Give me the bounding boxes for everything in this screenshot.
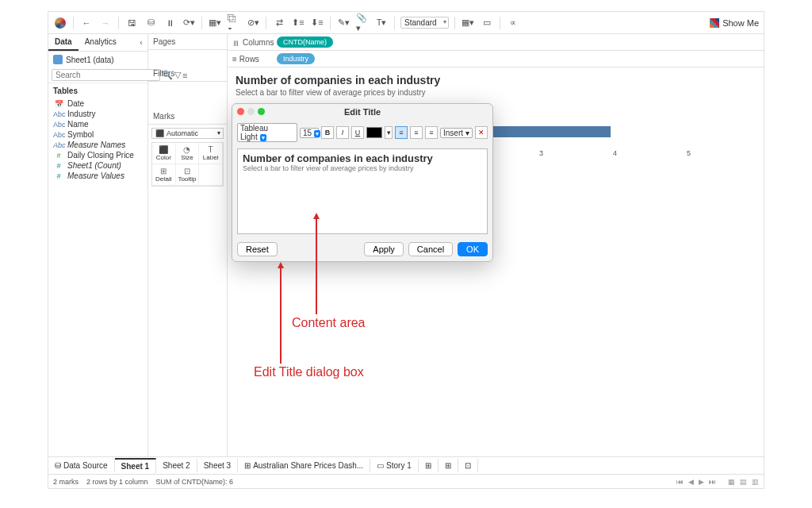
swap-icon[interactable]: ⇄ <box>272 16 286 30</box>
align-center-button[interactable]: ≡ <box>410 126 423 139</box>
marks-cell-label: Label <box>203 154 219 161</box>
show-cards-icon[interactable]: ▦▾ <box>461 16 475 30</box>
new-dashboard-tab[interactable]: ⊞ <box>439 459 458 472</box>
bold-button[interactable]: B <box>321 126 334 139</box>
status-sum: SUM of CNTD(Name): 6 <box>156 478 234 486</box>
minimize-icon[interactable] <box>247 108 255 115</box>
tab-analytics[interactable]: Analytics <box>79 34 123 51</box>
viz-subtitle: Select a bar to filter view of average p… <box>228 88 764 102</box>
field-type-icon: Abc <box>53 121 64 129</box>
marks-card-header: Marks <box>148 109 227 125</box>
field-item[interactable]: 📅Date <box>48 98 147 109</box>
new-story-tab[interactable]: ⊡ <box>458 459 478 472</box>
status-bar: 2 marks 2 rows by 1 column SUM of CNTD(N… <box>48 474 764 488</box>
marks-cell-icon: ⊡ <box>184 167 190 175</box>
field-item[interactable]: AbcSymbol <box>48 129 147 140</box>
viz-title[interactable]: Number of companies in each industry <box>228 67 764 88</box>
duplicate-icon[interactable]: ⿻▾ <box>227 16 241 30</box>
marks-tooltip-button[interactable]: ⊡Tooltip <box>176 164 200 186</box>
sheet-tab-1[interactable]: Sheet 1 <box>115 458 157 473</box>
save-icon[interactable]: 🖫 <box>124 16 139 30</box>
group-icon[interactable]: 📎▾ <box>355 16 370 30</box>
tab-data[interactable]: Data <box>48 34 79 51</box>
show-me-button[interactable]: Show Me <box>710 18 759 28</box>
italic-button[interactable]: I <box>336 126 349 139</box>
dialog-titlebar[interactable]: Edit Title <box>232 104 492 120</box>
rows-pill[interactable]: Industry <box>277 53 315 64</box>
clear-format-button[interactable]: ✕ <box>475 126 488 139</box>
subtitle-text[interactable]: Select a bar to filter view of average p… <box>243 164 482 172</box>
view-filmstrip-icon[interactable]: ▤ <box>740 478 747 486</box>
reset-button[interactable]: Reset <box>237 242 278 256</box>
nav-first-icon[interactable]: ⏮ <box>676 478 684 486</box>
show-me-icon <box>710 18 719 28</box>
refresh-icon[interactable]: ⟳▾ <box>182 16 196 30</box>
field-item[interactable]: #Sheet1 (Count) <box>48 160 147 171</box>
font-size-dropdown[interactable]: 15 <box>300 128 319 138</box>
align-right-button[interactable]: ≡ <box>425 126 438 139</box>
field-item[interactable]: AbcIndustry <box>48 109 147 119</box>
underline-button[interactable]: U <box>351 126 364 139</box>
sheet-tab-3[interactable]: Sheet 3 <box>197 459 238 472</box>
sheet-tab-2[interactable]: Sheet 2 <box>156 459 197 472</box>
collapse-pane-icon[interactable]: ‹ <box>135 34 147 51</box>
marks-color-button[interactable]: ⬛Color <box>152 143 176 164</box>
field-item[interactable]: #Measure Values <box>48 171 147 181</box>
apply-button[interactable]: Apply <box>364 242 404 256</box>
font-color-dropdown-icon[interactable]: ▾ <box>385 126 393 139</box>
mark-type-dropdown[interactable]: ⬛Automatic <box>151 128 224 139</box>
pages-shelf[interactable]: Pages <box>148 34 227 50</box>
filters-shelf[interactable]: Filters <box>148 66 227 82</box>
title-text[interactable]: Number of companies in each industry <box>243 152 482 164</box>
nav-next-icon[interactable]: ▶ <box>699 478 704 486</box>
marks-size-button[interactable]: ◔Size <box>176 143 200 164</box>
highlight-icon[interactable]: ✎▾ <box>336 16 350 30</box>
edit-title-dialog: Edit Title Tableau Light 15 B I U ▾ ≡ ≡ … <box>232 103 493 262</box>
font-family-dropdown[interactable]: Tableau Light <box>237 123 297 142</box>
close-icon[interactable] <box>237 108 244 115</box>
field-item[interactable]: AbcMeasure Names <box>48 140 147 150</box>
fit-mode-dropdown[interactable]: Standard <box>400 17 449 29</box>
story-tab[interactable]: ▭Story 1 <box>370 459 419 472</box>
back-icon[interactable]: ← <box>79 16 94 30</box>
nav-last-icon[interactable]: ⏭ <box>709 478 716 486</box>
presentation-icon[interactable]: ▭ <box>480 16 494 30</box>
tab-data-source[interactable]: ⛁Data Source <box>48 459 115 472</box>
clear-icon[interactable]: ⊘▾ <box>246 16 260 30</box>
datasource-item[interactable]: Sheet1 (data) <box>48 52 147 67</box>
pause-icon[interactable]: ⏸ <box>163 16 177 30</box>
nav-prev-icon[interactable]: ◀ <box>688 478 694 486</box>
insert-dropdown[interactable]: Insert ▾ <box>440 128 473 138</box>
field-item[interactable]: AbcName <box>48 119 147 129</box>
sort-asc-icon[interactable]: ⬆≡ <box>291 16 305 30</box>
new-datasource-icon[interactable]: ⛁ <box>144 16 158 30</box>
columns-shelf[interactable]: ⫼Columns CNTD(Name) <box>228 34 764 51</box>
view-tabs-icon[interactable]: ▦ <box>728 478 735 486</box>
marks-detail-button[interactable]: ⊞Detail <box>152 164 176 186</box>
data-pane: Data Analytics ‹ Sheet1 (data) 🔍 ▽ ≡ Tab… <box>48 34 148 456</box>
story-icon: ▭ <box>377 461 384 470</box>
cancel-button[interactable]: Cancel <box>408 242 453 256</box>
forward-icon[interactable]: → <box>98 16 113 30</box>
field-label: Name <box>67 120 89 129</box>
search-input[interactable] <box>52 69 160 81</box>
columns-pill[interactable]: CNTD(Name) <box>277 37 333 48</box>
rows-shelf[interactable]: ≡Rows Industry <box>228 51 764 67</box>
new-worksheet-icon[interactable]: ▦▾ <box>208 16 222 30</box>
ok-button[interactable]: OK <box>458 242 488 256</box>
tableau-logo-icon[interactable] <box>53 16 67 30</box>
new-worksheet-tab[interactable]: ⊞ <box>419 459 439 472</box>
marks-label-button[interactable]: TLabel <box>199 143 223 164</box>
view-sorter-icon[interactable]: ▥ <box>752 478 759 486</box>
field-label: Industry <box>67 110 96 118</box>
sort-desc-icon[interactable]: ⬇≡ <box>310 16 324 30</box>
share-icon[interactable]: ∝ <box>506 16 520 30</box>
maximize-icon[interactable] <box>258 108 265 115</box>
dashboard-tab[interactable]: ⊞Australian Share Prices Dash... <box>238 459 370 472</box>
field-item[interactable]: #Daily Closing Price <box>48 150 147 160</box>
align-left-button[interactable]: ≡ <box>395 126 408 139</box>
field-label: Date <box>67 99 84 108</box>
totals-icon[interactable]: T▾ <box>374 16 389 30</box>
title-content-area[interactable]: Number of companies in each industry Sel… <box>237 148 488 234</box>
font-color-picker[interactable] <box>366 127 382 138</box>
